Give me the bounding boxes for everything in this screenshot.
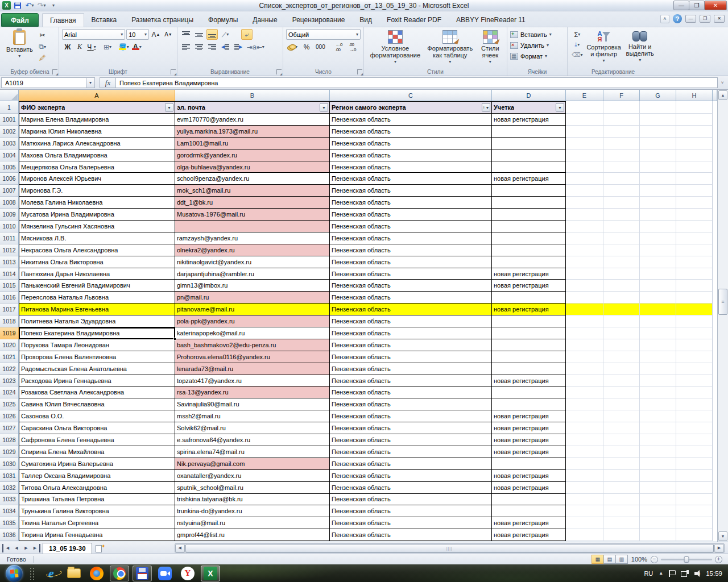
cell-empty-E[interactable] <box>566 458 603 470</box>
cell-email[interactable]: lenarada73@mail.ru <box>175 363 330 375</box>
cell-empty-G[interactable] <box>640 529 676 541</box>
wrap-text-button[interactable]: ⤶ <box>241 29 253 40</box>
cell-region[interactable]: Пензенская область <box>330 256 492 268</box>
cell-email[interactable]: sputnik_school@mail.ru <box>175 482 330 494</box>
cell-region[interactable]: Пензенская область <box>330 386 492 398</box>
insert-cells-button[interactable]: Вставить▾ <box>510 29 564 40</box>
cell-empty-E[interactable] <box>566 327 603 339</box>
cell-empty-G[interactable] <box>640 339 676 351</box>
italic-button[interactable]: К <box>74 41 85 52</box>
cell-fio[interactable]: Суматохина Ирина Валерьевна <box>19 458 175 470</box>
cell-email[interactable]: topzato417@yandex.ru <box>175 375 330 387</box>
close-button[interactable]: ✕ <box>704 1 727 10</box>
speaker-icon[interactable] <box>694 570 702 577</box>
cell-region[interactable]: Пензенская область <box>330 209 492 221</box>
cell-fio[interactable]: Мянзелина Гульсиня Хасяновна <box>19 221 175 232</box>
align-bottom-icon[interactable] <box>206 29 218 40</box>
row-header-1004[interactable]: 1004 <box>0 149 19 161</box>
cell-account[interactable] <box>492 292 566 304</box>
row-header-1021[interactable]: 1021 <box>0 351 19 363</box>
copy-button[interactable]: ⧉▾ <box>36 41 49 52</box>
find-select-button[interactable]: Найти и выделить▾ <box>624 29 656 65</box>
formula-input[interactable]: Попеко Екатерина Владимировна <box>115 77 718 88</box>
format-cells-button[interactable]: Формат▾ <box>510 51 564 61</box>
cell-account[interactable]: новая регистрация <box>492 268 566 280</box>
cell-empty-H[interactable] <box>676 256 713 268</box>
clock[interactable]: 15:59 <box>706 570 722 577</box>
accounting-format-button[interactable]: ▾ <box>286 41 299 52</box>
column-header-D[interactable]: D <box>492 90 566 101</box>
cell-fio[interactable]: Тришкина Татьяна Петровна <box>19 494 175 506</box>
cell-account[interactable] <box>492 398 566 410</box>
cell-empty-E[interactable] <box>566 517 603 529</box>
cell-empty-E[interactable] <box>566 315 603 327</box>
horizontal-scrollbar[interactable]: ◀ ▶ <box>175 543 725 553</box>
cell-empty-E[interactable] <box>566 149 603 161</box>
cell-region[interactable]: Пензенская область <box>330 398 492 410</box>
cell-email[interactable]: katerinapopeko@mail.ru <box>175 327 330 339</box>
format-painter-button[interactable]: 🖉 <box>36 53 49 63</box>
increase-indent-icon[interactable]: ▶ <box>233 41 244 52</box>
insert-worksheet-button[interactable]: ✦ <box>94 543 106 554</box>
cell-empty-F[interactable] <box>603 494 640 506</box>
expand-formula-bar-icon[interactable]: ˅ <box>718 77 727 88</box>
cell-empty-F[interactable] <box>603 470 640 482</box>
cell-empty-F[interactable] <box>603 446 640 458</box>
cell-empty-F[interactable] <box>603 505 640 517</box>
cell-empty-H[interactable] <box>676 446 713 458</box>
language-indicator[interactable]: RU <box>644 570 653 577</box>
alignment-dialog-launcher[interactable] <box>276 69 282 74</box>
cell-fio[interactable]: Тюина Наталья Сергеевна <box>19 517 175 529</box>
scroll-up-icon[interactable]: ▲ <box>718 90 727 100</box>
row-header-1016[interactable]: 1016 <box>0 292 19 304</box>
header-empty-E[interactable] <box>566 101 603 114</box>
orientation-button[interactable]: ⟋▾ <box>220 29 231 40</box>
cell-empty-G[interactable] <box>640 351 676 363</box>
cell-region[interactable]: Пензенская область <box>330 494 492 506</box>
cell-fio[interactable]: Расходова Ирина Геннадьевна <box>19 375 175 387</box>
cell-fio[interactable]: Сафронова Елена Геннадьевна <box>19 434 175 446</box>
cell-empty-G[interactable] <box>640 232 676 244</box>
cell-region[interactable]: Пензенская область <box>330 197 492 209</box>
number-dialog-launcher[interactable] <box>357 69 362 74</box>
cell-empty-H[interactable] <box>676 422 713 434</box>
align-top-icon[interactable] <box>180 29 192 40</box>
cell-fio[interactable]: Молева Галина Николаевна <box>19 197 175 209</box>
cell-account[interactable] <box>492 221 566 232</box>
filter-dropdown-icon[interactable]: ▼ <box>556 103 564 112</box>
row-header-1032[interactable]: 1032 <box>0 482 19 494</box>
zoom-app-icon[interactable] <box>155 566 175 581</box>
row-header-1005[interactable]: 1005 <box>0 161 19 173</box>
format-as-table-button[interactable]: Форматировать как таблицу▾ <box>425 29 475 66</box>
cell-empty-G[interactable] <box>640 470 676 482</box>
sheet-tab[interactable]: 13_05 19-30 <box>43 543 92 554</box>
cell-empty-H[interactable] <box>676 185 713 197</box>
cell-email[interactable]: Savinajulia90@mail.ru <box>175 398 330 410</box>
page-break-view-button[interactable]: ▥ <box>615 555 628 564</box>
cell-empty-F[interactable] <box>603 304 640 315</box>
cell-empty-E[interactable] <box>566 280 603 292</box>
cell-empty-H[interactable] <box>676 458 713 470</box>
cell-empty-H[interactable] <box>676 268 713 280</box>
cell-empty-G[interactable] <box>640 315 676 327</box>
cell-empty-H[interactable] <box>676 221 713 232</box>
cell-empty-F[interactable] <box>603 363 640 375</box>
cell-region[interactable]: Пензенская область <box>330 517 492 529</box>
row-header-1033[interactable]: 1033 <box>0 494 19 506</box>
cell-region[interactable]: Пензенская область <box>330 315 492 327</box>
cell-empty-F[interactable] <box>603 351 640 363</box>
cell-account[interactable]: новая регистрация <box>492 280 566 292</box>
cell-empty-E[interactable] <box>566 197 603 209</box>
conditional-formatting-button[interactable]: Условное форматирование▾ <box>367 29 424 66</box>
row-header-1020[interactable]: 1020 <box>0 339 19 351</box>
row-header-1015[interactable]: 1015 <box>0 280 19 292</box>
row-header-1013[interactable]: 1013 <box>0 256 19 268</box>
cell-empty-F[interactable] <box>603 398 640 410</box>
row-header-1[interactable]: 1 <box>0 101 19 114</box>
cell-empty-H[interactable] <box>676 363 713 375</box>
cell-account[interactable]: новая регистрация <box>492 517 566 529</box>
zoom-in-button[interactable]: + <box>715 556 722 563</box>
cell-empty-E[interactable] <box>566 268 603 280</box>
cell-empty-G[interactable] <box>640 375 676 387</box>
cell-email[interactable]: trunkina-do@yandex.ru <box>175 505 330 517</box>
